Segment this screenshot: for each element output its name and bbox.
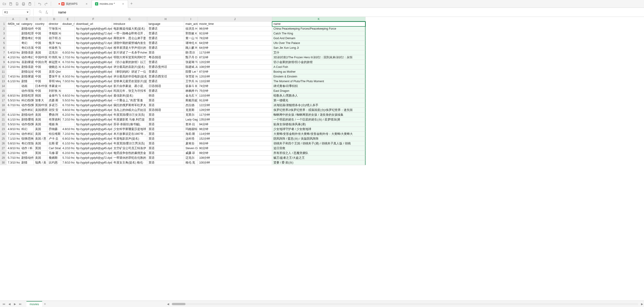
cell-J11[interactable]: 87分钟 [198,69,272,74]
cell-B27[interactable]: 动作 / 科 [20,146,34,151]
cell-K11[interactable]: Boxing as Mother [272,69,366,74]
cell-C22[interactable]: 美国 [34,122,48,127]
cell-E14[interactable] [61,84,75,89]
cell-B15[interactable]: 动作/冒险 [20,89,34,93]
cell-D7[interactable]: 迈克尔· [48,50,61,55]
cell-J28[interactable]: 99分钟 [198,151,272,156]
row-header-13[interactable]: 13 [0,79,6,84]
cell-C28[interactable]: 英国 [34,151,48,156]
cell-A11[interactable] [6,69,20,74]
cell-C30[interactable]: 瑞典 / 美 [34,160,48,165]
scroll-left-icon[interactable]: ◀ [166,303,170,306]
row-header-20[interactable]: 20 [0,112,6,117]
cell-H16[interactable]: 韩语 [147,93,184,98]
cell-I26[interactable]: 麦肯吉· [184,141,198,146]
save-icon[interactable] [8,1,13,6]
chevron-down-icon[interactable] [27,11,28,13]
cell-C4[interactable]: 中国 [34,36,48,41]
cell-F23[interactable]: ftp://ygdy8:ygdy8@yg45.dydy [75,127,112,132]
row-header-30[interactable]: 30 [0,160,6,165]
cell-E18[interactable]: 6.7/10 fro [61,103,75,108]
row-header-7[interactable]: 7 [0,50,6,55]
cell-E7[interactable]: 6.0/10 fro [61,50,75,55]
cell-J5[interactable]: 64分钟 [198,41,272,45]
cell-C10[interactable]: 中国 [34,65,48,69]
cell-B11[interactable]: 剧情/运动 [20,69,34,74]
cell-G12[interactable]: 评分最高的华语电影(提名 [112,74,147,79]
cell-B16[interactable]: 剧情/犯罪 [20,93,34,98]
cell-J2[interactable]: 96分钟 [198,26,272,31]
column-header-F[interactable]: F [75,17,112,22]
cell-K22[interactable]: 贴身女保镖/贴身风暴(港) [272,122,366,127]
scrollbar-thumb[interactable] [172,303,186,305]
cell-I25[interactable]: 达科塔· [184,136,198,141]
cell-H1[interactable]: language [147,22,184,26]
cell-A4[interactable] [6,36,20,41]
tab-movies-csv[interactable]: S movies.csv * × [92,0,128,8]
cell-D13[interactable]: 章明 Ming [48,79,61,84]
cell-I11[interactable]: 阳蕾 Lei Y [184,69,198,74]
cell-G27[interactable]: 太空矿业公司员工特洛伊 [112,146,147,151]
cell-K10[interactable]: A Cool Fish [272,65,366,69]
cell-F7[interactable]: ftp://ygdy8:ygdy8@yg45.dydy [75,50,112,55]
cell-G6[interactable]: 校草崔漂是大学声优社的 [112,45,147,50]
cell-G3[interactable]: 一带一路峰会即将召开， [112,31,147,36]
cell-E2[interactable] [61,26,75,31]
cell-I2[interactable]: 徐洪浩 H [184,26,198,31]
row-header-3[interactable]: 3 [0,31,6,36]
close-icon[interactable]: × [122,2,125,5]
cell-D10[interactable]: 饶晓志 Xi [48,65,61,69]
select-all-corner[interactable] [0,17,6,22]
cell-F14[interactable]: ftp://ygdy8:ygdy8@yg45.dydy [75,84,112,89]
cell-B7[interactable]: 剧情/喜剧 [20,50,34,55]
cell-C12[interactable]: 中国 [34,74,48,79]
cell-C27[interactable]: 英国 [34,146,48,151]
cell-B8[interactable]: 动作/奇幻 [20,55,34,60]
cell-C15[interactable]: 中国 [34,89,48,93]
cell-I19[interactable]: 克里斯· [184,108,198,112]
cell-H7[interactable]: 英语 [147,50,184,55]
cell-K27[interactable]: 追日营救 [272,146,366,151]
cell-K15[interactable]: East Dragon [272,89,366,93]
cell-H20[interactable]: 英语 [147,112,184,117]
cell-E12[interactable]: 8.3/10 fro [61,74,75,79]
cell-I15[interactable]: 林枫烨 Fe [184,89,198,93]
cell-I21[interactable]: Lady Gaga [184,117,198,122]
cell-G4[interactable]: 商朝末年，昆仑山弟子姜 [112,36,147,41]
cell-G2[interactable]: 电影频道传媒大奖(提名) [112,26,147,31]
cell-H13[interactable]: 普通话 [147,79,184,84]
cell-J4[interactable]: 78分钟 [198,36,272,41]
cell-B23[interactable]: 科幻 [20,127,34,132]
cell-J6[interactable]: 64分钟 [198,45,272,50]
row-header-14[interactable]: 14 [0,84,6,89]
cell-A21[interactable]: 8.1/10 fro [6,117,20,122]
cell-C29[interactable]: 美国 [34,156,48,160]
cell-H25[interactable]: 英语 [147,136,184,141]
cell-F24[interactable]: ftp://ygdy8:ygdy8@yg45.dydy [75,132,112,136]
cell-C6[interactable]: 中国 [34,45,48,50]
row-header-23[interactable]: 23 [0,127,6,132]
print-icon[interactable] [21,1,26,6]
close-icon[interactable]: × [85,2,88,5]
cell-B1[interactable]: category [20,22,34,26]
cell-E22[interactable] [61,122,75,127]
cell-I27[interactable]: Steven Og [184,146,198,151]
cell-D12[interactable]: 曹保平 B [48,74,61,79]
cell-J1[interactable]: movie_time [198,22,272,26]
cell-B6[interactable]: 奇幻/古装 [20,45,34,50]
cell-H18[interactable]: 英语 [147,103,184,108]
cell-D5[interactable]: 焦洋 Yang Jiao [48,41,61,45]
cell-D11[interactable]: 吴琼 Qiong Wu [48,69,61,74]
cell-A24[interactable]: 7.2/10 fro [6,132,20,136]
cell-A3[interactable] [6,31,20,36]
row-header-11[interactable]: 11 [0,69,6,74]
cell-B12[interactable]: 剧情/家庭 [20,74,34,79]
cell-C19[interactable]: 美国/西班 [34,108,48,112]
cell-E26[interactable]: 6.1/10 fro [61,141,75,146]
cell-H10[interactable]: 普通话/贵州话 [147,65,184,69]
cell-F30[interactable]: ftp://ygdy8:ygdy8@yg45.dydy [75,160,112,165]
cell-J12[interactable]: 120分钟 [198,74,272,79]
cell-E11[interactable] [61,69,75,74]
cell-C7[interactable]: 美国 [34,50,48,55]
pdf-icon[interactable]: PDF [14,1,20,6]
